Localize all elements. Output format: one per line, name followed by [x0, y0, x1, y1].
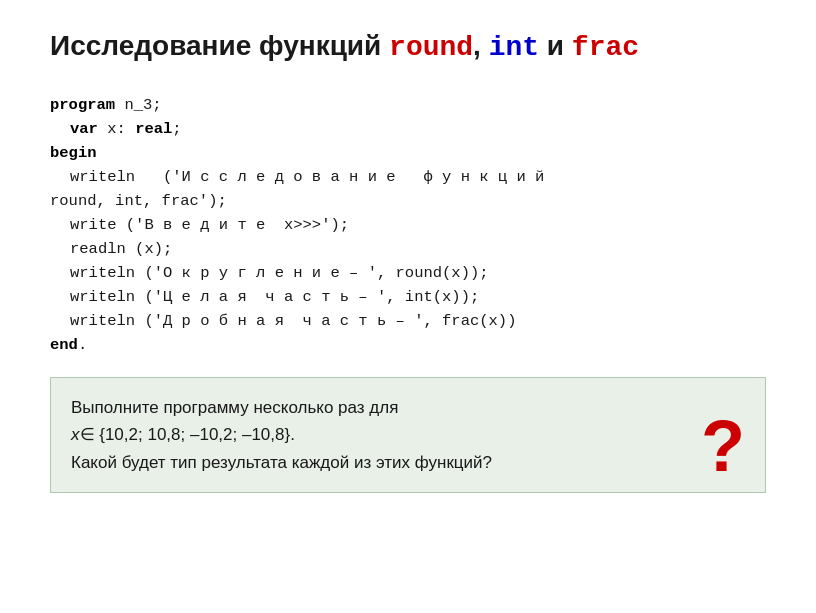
code-line-9: writeln ('Ц е л а я ч а с т ь – ', int(x…	[70, 285, 766, 309]
code-line-2: var x: real;	[70, 117, 766, 141]
bottom-line3: Какой будет тип результата каждой из эти…	[71, 449, 665, 476]
bottom-line1: Выполните программу несколько раз для	[71, 394, 665, 421]
slide-title: Исследование функций round, int и frac	[50, 30, 766, 63]
title-kw1: round	[389, 32, 473, 63]
code-line-10: writeln ('Д р о б н а я ч а с т ь – ', f…	[70, 309, 766, 333]
math-x-symbol: x	[71, 425, 80, 444]
bottom-box-content: Выполните программу несколько раз для x∈…	[71, 394, 745, 476]
title-prefix: Исследование функций	[50, 30, 389, 61]
title-sep2: и	[539, 30, 572, 61]
bottom-line2: x∈ {10,2; 10,8; –10,2; –10,8}.	[71, 421, 665, 448]
title-kw3: frac	[572, 32, 639, 63]
code-line-1: program n_3;	[50, 93, 766, 117]
code-line-6: write ('В в е д и т е х>>>');	[70, 213, 766, 237]
title-kw2: int	[489, 32, 539, 63]
code-line-11: end.	[50, 333, 766, 357]
code-line-4: writeln ('И с с л е д о в а н и е ф у н …	[70, 165, 766, 189]
question-mark: ?	[701, 410, 745, 482]
code-line-8: writeln ('О к р у г л е н и е – ', round…	[70, 261, 766, 285]
code-line-3: begin	[50, 141, 766, 165]
title-sep1: ,	[473, 30, 489, 61]
bottom-line2-values: {10,2; 10,8; –10,2; –10,8}.	[95, 425, 295, 444]
code-line-7: readln (x);	[70, 237, 766, 261]
slide: Исследование функций round, int и frac p…	[0, 0, 816, 613]
code-line-5: round, int, frac');	[50, 189, 766, 213]
code-block: program n_3; var x: real; begin writeln …	[50, 93, 766, 357]
bottom-box: Выполните программу несколько раз для x∈…	[50, 377, 766, 493]
